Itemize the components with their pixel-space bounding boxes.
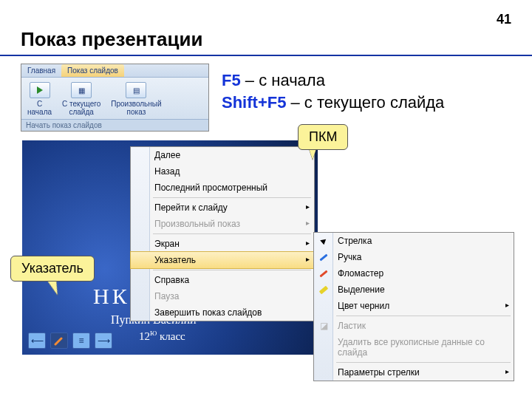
sub-arrow-params[interactable]: Параметры стрелки bbox=[314, 364, 514, 381]
kb-f5: F5 bbox=[222, 71, 241, 89]
sub-ink-color[interactable]: Цвет чернил bbox=[314, 298, 514, 314]
title-underline bbox=[0, 55, 532, 56]
nav-menu[interactable]: ≡ bbox=[72, 332, 90, 349]
play-icon bbox=[30, 82, 50, 98]
btn-from-start[interactable]: С начала bbox=[24, 81, 55, 117]
nav-pen[interactable] bbox=[50, 332, 68, 349]
context-menu: Далее Назад Последний просмотренный Пере… bbox=[130, 146, 315, 321]
menu-custom-show: Произвольный показ bbox=[131, 216, 314, 232]
slide-class: 12Ю класс bbox=[139, 330, 185, 343]
shortcut-text: F5 – с начала Shift+F5 – с текущего слай… bbox=[222, 69, 444, 113]
pointer-submenu: Стрелка Ручка Фломастер Выделение Цвет ч… bbox=[313, 232, 514, 381]
highlight-icon bbox=[318, 284, 330, 296]
menu-end-show[interactable]: Завершить показ слайдов bbox=[131, 304, 314, 321]
sub-erase-all: Удалить все рукописные данные со слайда bbox=[314, 334, 514, 361]
slide-nav: ⟵ ≡ ⟶ bbox=[28, 332, 112, 349]
eraser-icon: ◪ bbox=[318, 320, 330, 332]
menu-pointer[interactable]: Указатель bbox=[130, 251, 315, 269]
btn-from-current-label: С текущего слайда bbox=[62, 100, 100, 116]
nav-prev[interactable]: ⟵ bbox=[28, 332, 46, 349]
ribbon: Главная Показ слайдов С начала ▦ С текущ… bbox=[21, 64, 209, 132]
btn-from-current[interactable]: ▦ С текущего слайда bbox=[59, 81, 103, 117]
cursor-icon bbox=[318, 235, 330, 247]
sub-arrow[interactable]: Стрелка bbox=[314, 233, 514, 249]
sub-eraser: ◪ Ластик bbox=[314, 318, 514, 334]
menu-pause: Пауза bbox=[131, 288, 314, 304]
kb-shift-f5-desc: – с текущего слайда bbox=[286, 93, 444, 112]
menu-next[interactable]: Далее bbox=[131, 147, 314, 163]
nav-next[interactable]: ⟶ bbox=[95, 332, 112, 349]
menu-last-viewed[interactable]: Последний просмотренный bbox=[131, 180, 314, 196]
ribbon-tab-home[interactable]: Главная bbox=[21, 64, 61, 77]
kb-shift-f5: Shift+F5 bbox=[222, 93, 286, 112]
ribbon-group-caption: Начать показ слайдов bbox=[21, 119, 208, 131]
pen-icon bbox=[318, 251, 330, 263]
callout-pointer: Указатель bbox=[10, 256, 95, 282]
sub-marker[interactable]: Фломастер bbox=[314, 265, 514, 282]
custom-icon: ▤ bbox=[126, 82, 146, 98]
sub-pen[interactable]: Ручка bbox=[314, 249, 514, 265]
kb-f5-desc: – с начала bbox=[241, 71, 325, 89]
btn-custom-show[interactable]: ▤ Произвольный показ bbox=[108, 81, 164, 117]
page-title: Показ презентации bbox=[21, 28, 202, 51]
btn-from-start-label: С начала bbox=[27, 100, 52, 116]
menu-goto-slide[interactable]: Перейти к слайду bbox=[131, 200, 314, 216]
slide-icon: ▦ bbox=[71, 82, 92, 98]
callout-pkm: ПКМ bbox=[298, 124, 348, 150]
page-number: 41 bbox=[497, 12, 511, 27]
btn-custom-label: Произвольный показ bbox=[111, 100, 161, 116]
menu-screen[interactable]: Экран bbox=[131, 236, 314, 252]
menu-back[interactable]: Назад bbox=[131, 163, 314, 180]
sub-highlight[interactable]: Выделение bbox=[314, 282, 514, 298]
marker-icon bbox=[318, 267, 330, 279]
menu-help[interactable]: Справка bbox=[131, 272, 314, 288]
ribbon-tab-slideshow[interactable]: Показ слайдов bbox=[61, 64, 124, 77]
